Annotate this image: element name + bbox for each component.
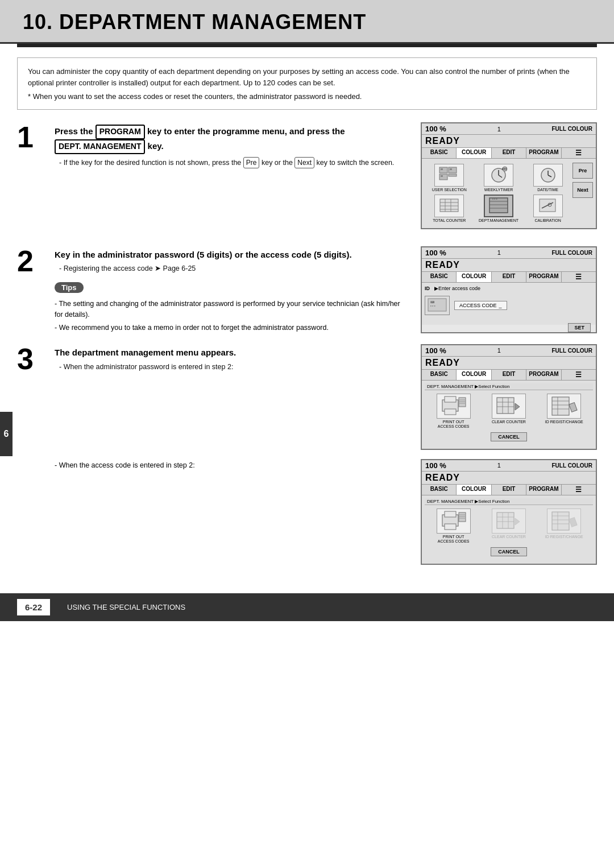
tab-program-1[interactable]: PROGRAM — [526, 148, 561, 158]
screen-4-body: DEPT. MANAGEMENT ▶Select Function — [422, 495, 596, 564]
icon-user-selection: USER SELECTION — [429, 164, 469, 192]
step-3-title: The department management menu appears. — [55, 346, 410, 358]
pre-next-buttons: Pre Next — [572, 162, 593, 225]
tab-program-2[interactable]: PROGRAM — [526, 272, 561, 282]
svg-rect-57 — [497, 512, 514, 528]
option-id-regist-4: ID REGIST/CHANGE — [541, 509, 587, 544]
tab-menu-3[interactable]: ☰ — [562, 370, 596, 380]
access-code-cursor: _ — [499, 303, 502, 308]
option-print-out-4[interactable]: PRINT OUTACCESS CODES — [431, 509, 476, 544]
svg-text:⌨: ⌨ — [430, 300, 434, 304]
option-id-regist[interactable]: ID REGIST/CHANGE — [541, 394, 587, 429]
dept-mgmt-key: DEPT. MANAGEMENT — [55, 139, 145, 154]
icon-date-time: DATE/TIME — [528, 164, 568, 192]
svg-rect-34 — [445, 409, 456, 415]
svg-rect-62 — [552, 512, 569, 530]
tab-edit-2[interactable]: EDIT — [492, 272, 526, 282]
step-2-text: Key in the administrator password (5 dig… — [55, 246, 410, 334]
svg-text:888: 888 — [502, 167, 507, 171]
svg-rect-33 — [445, 396, 456, 402]
total-counter-label: TOTAL COUNTER — [433, 218, 466, 223]
screen-4-breadcrumb: DEPT. MANAGEMENT ▶Select Function — [425, 498, 593, 505]
next-key: Next — [294, 157, 314, 168]
step-1-number: 1 — [17, 122, 44, 152]
screen-1-row2: TOTAL COUNTER — [425, 195, 572, 223]
page-title: 10. DEPARTMENT MANAGEMENT — [23, 10, 591, 34]
screen-3: 100 % 1 FULL COLOUR READY BASIC COLOUR E… — [421, 344, 597, 450]
tab-colour-1[interactable]: COLOUR — [457, 148, 491, 158]
cancel-button-3[interactable]: CANCEL — [491, 432, 527, 441]
tab-basic-1[interactable]: BASIC — [422, 148, 457, 158]
icon-weekly-timer: 888 WEEKLYTIMER — [479, 164, 518, 192]
step-1-row: 1 Press the PROGRAM key to enter the pro… — [17, 122, 597, 229]
dept-management-label: DEPT.MANAGEMENT — [479, 218, 518, 223]
svg-rect-53 — [459, 512, 466, 522]
program-key: PROGRAM — [96, 125, 145, 139]
screen-2-colour: FULL COLOUR — [552, 250, 592, 256]
set-button[interactable]: SET — [568, 323, 591, 332]
option-clear-counter-4: CLEAR COUNTER — [486, 509, 532, 544]
screen-2-id-label: ID — [425, 286, 430, 291]
tab-basic-2[interactable]: BASIC — [422, 272, 457, 282]
icon-calibration: CALIBRATION — [528, 195, 568, 223]
tips-label: Tips — [55, 282, 84, 293]
screen-4-colour: FULL COLOUR — [552, 462, 592, 469]
tab-colour-2[interactable]: COLOUR — [457, 272, 491, 282]
tip-2: - We recommend you to take a memo in ord… — [55, 323, 405, 333]
step-3-text: The department management menu appears. … — [55, 344, 410, 376]
step-1-title: Press the PROGRAM key to enter the progr… — [55, 125, 410, 154]
screen-2-pct: 100 % — [425, 249, 446, 257]
option-clear-counter[interactable]: CLEAR COUNTER — [486, 394, 532, 429]
step-3-row: 3 The department management menu appears… — [17, 344, 597, 450]
tab-colour-3[interactable]: COLOUR — [457, 370, 491, 380]
screen-3-status: 100 % 1 FULL COLOUR — [422, 345, 596, 357]
footer: 6-22 USING THE SPECIAL FUNCTIONS — [0, 593, 614, 621]
screen-2-body: ID ▶Enter access code ⌨ * * * — [422, 283, 596, 325]
svg-rect-4 — [441, 168, 443, 170]
tab-program-4[interactable]: PROGRAM — [526, 485, 561, 495]
screen-3-num: 1 — [497, 347, 501, 354]
screen-3-colour: FULL COLOUR — [552, 348, 592, 354]
option-print-out[interactable]: PRINT OUTACCESS CODES — [431, 394, 476, 429]
pre-button[interactable]: Pre — [572, 163, 593, 179]
screen-2-keyboard-row: ⌨ * * * ACCESS CODE _ — [425, 296, 593, 315]
screen-1: 100 % 1 FULL COLOUR READY BASIC COLOUR E… — [421, 122, 597, 229]
next-button[interactable]: Next — [572, 182, 593, 198]
screen-4-ready: READY — [422, 472, 596, 485]
print-out-icon-4 — [437, 509, 471, 534]
print-out-icon — [437, 394, 471, 419]
footer-label: USING THE SPECIAL FUNCTIONS — [67, 603, 185, 611]
intro-line-1: You can administer the copy quantity of … — [28, 66, 586, 89]
clear-counter-label-4: CLEAR COUNTER — [492, 535, 526, 539]
screen-2-status: 100 % 1 FULL COLOUR — [422, 247, 596, 259]
icon-total-counter: TOTAL COUNTER — [429, 195, 469, 223]
tab-program-3[interactable]: PROGRAM — [526, 370, 561, 380]
tip-1: - The setting and changing of the admini… — [55, 299, 405, 321]
tab-edit-1[interactable]: EDIT — [492, 148, 526, 158]
tab-colour-4[interactable]: COLOUR — [457, 485, 491, 495]
cancel-button-4[interactable]: CANCEL — [491, 547, 527, 556]
tab-menu-2[interactable]: ☰ — [562, 272, 596, 282]
tab-edit-4[interactable]: EDIT — [492, 485, 526, 495]
tab-edit-3[interactable]: EDIT — [492, 370, 526, 380]
step-2-row: 2 Key in the administrator password (5 d… — [17, 246, 597, 334]
svg-rect-39 — [497, 398, 514, 414]
calibration-icon-box — [533, 195, 563, 217]
page: 6 10. DEPARTMENT MANAGEMENT You can admi… — [0, 0, 614, 868]
step-3b-text: - When the access code is entered in ste… — [17, 459, 421, 565]
footer-page-num: 6-22 — [17, 599, 50, 615]
step-1-text: Press the PROGRAM key to enter the progr… — [55, 122, 410, 168]
screen-2: 100 % 1 FULL COLOUR READY BASIC COLOUR E… — [421, 246, 597, 333]
screen-1-row1: USER SELECTION — [425, 164, 572, 192]
tab-menu-4[interactable]: ☰ — [562, 485, 596, 495]
tab-basic-3[interactable]: BASIC — [422, 370, 457, 380]
screen-3-ready: READY — [422, 357, 596, 370]
calibration-label: CALIBRATION — [535, 218, 561, 223]
screen-2-tabs: BASIC COLOUR EDIT PROGRAM ☰ — [422, 272, 596, 283]
screen-1-ready: READY — [422, 135, 596, 148]
tab-basic-4[interactable]: BASIC — [422, 485, 457, 495]
main-content: 1 Press the PROGRAM key to enter the pro… — [0, 122, 614, 576]
screen-3-tabs: BASIC COLOUR EDIT PROGRAM ☰ — [422, 370, 596, 381]
step-3-sub1: - When the administrator password is ent… — [59, 362, 410, 373]
tab-menu-1[interactable]: ☰ — [562, 148, 596, 158]
